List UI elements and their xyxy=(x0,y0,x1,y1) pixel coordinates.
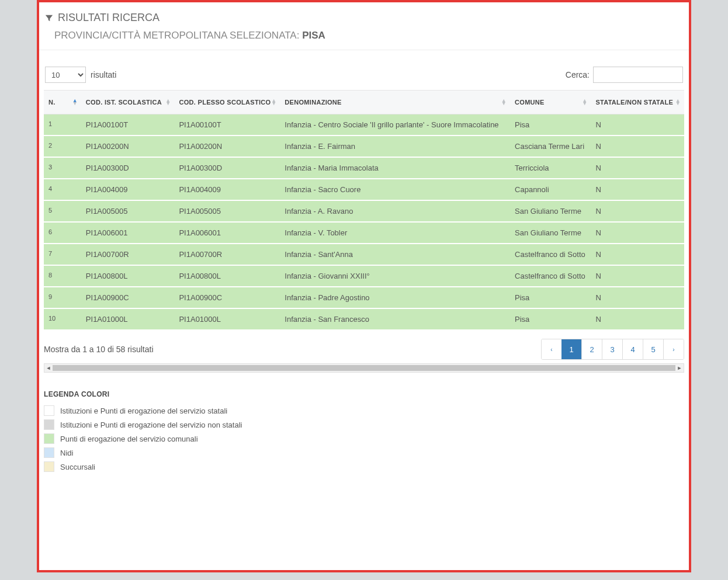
cell-cod-ist: PI1A005005 xyxy=(81,200,175,222)
cell-cod-plesso: PI1A00700R xyxy=(174,244,280,265)
table-row[interactable]: 3PI1A00300DPI1A00300DInfanzia - Maria Im… xyxy=(44,157,684,179)
table-row[interactable]: 5PI1A005005PI1A005005Infanzia - A. Ravan… xyxy=(44,200,684,222)
cell-denominazione: Infanzia - Maria Immacolata xyxy=(280,157,510,179)
page-1-button[interactable]: 1 xyxy=(561,339,581,359)
legend-swatch xyxy=(44,447,54,458)
legend-swatch xyxy=(44,433,54,444)
sort-icon: ▲▼ xyxy=(271,99,276,105)
legend-item: Istituzioni e Punti di erogazione del se… xyxy=(44,405,684,416)
page-next-button[interactable]: › xyxy=(663,339,684,359)
cell-cod-ist: PI1A00700R xyxy=(81,244,175,265)
page-3-button[interactable]: 3 xyxy=(602,339,622,359)
col-header-n[interactable]: N.▲▼ xyxy=(44,91,81,114)
page-4-button[interactable]: 4 xyxy=(622,339,643,359)
cell-statale: N xyxy=(591,265,684,287)
table-row[interactable]: 1PI1A00100TPI1A00100TInfanzia - Centro S… xyxy=(44,114,684,136)
horizontal-scrollbar[interactable]: ◄ ► xyxy=(44,363,684,373)
cell-denominazione: Infanzia - Giovanni XXIII° xyxy=(280,265,510,287)
col-header-statale[interactable]: STATALE/NON STATALE▲▼ xyxy=(591,91,684,114)
cell-cod-ist: PI1A006001 xyxy=(81,222,175,244)
cell-n: 8 xyxy=(44,265,81,287)
cell-n: 3 xyxy=(44,157,81,179)
legend-label: Nidi xyxy=(60,449,73,457)
cell-n: 9 xyxy=(44,287,81,308)
table-row[interactable]: 10PI1A01000LPI1A01000LInfanzia - San Fra… xyxy=(44,308,684,330)
cell-comune: San Giuliano Terme xyxy=(510,200,591,222)
page-title: RISULTATI RICERCA xyxy=(58,12,160,24)
cell-n: 6 xyxy=(44,222,81,244)
search-label: Cerca: xyxy=(566,70,590,79)
cell-n: 2 xyxy=(44,136,81,157)
cell-comune: Casciana Terme Lari xyxy=(510,136,591,157)
cell-comune: Pisa xyxy=(510,287,591,308)
cell-comune: Capannoli xyxy=(510,179,591,200)
page-length-suffix: risultati xyxy=(91,70,116,79)
table-row[interactable]: 8PI1A00800LPI1A00800LInfanzia - Giovanni… xyxy=(44,265,684,287)
cell-statale: N xyxy=(591,136,684,157)
cell-cod-plesso: PI1A006001 xyxy=(174,222,280,244)
cell-statale: N xyxy=(591,244,684,265)
cell-cod-plesso: PI1A00200N xyxy=(174,136,280,157)
scroll-left-icon: ◄ xyxy=(44,365,53,371)
legend-label: Succursali xyxy=(60,463,95,471)
page-5-button[interactable]: 5 xyxy=(643,339,663,359)
cell-comune: Pisa xyxy=(510,308,591,330)
table-row[interactable]: 4PI1A004009PI1A004009Infanzia - Sacro Cu… xyxy=(44,179,684,200)
cell-cod-ist: PI1A00900C xyxy=(81,287,175,308)
cell-cod-plesso: PI1A00800L xyxy=(174,265,280,287)
col-header-comune[interactable]: COMUNE▲▼ xyxy=(510,91,591,114)
sort-icon: ▲▼ xyxy=(501,99,507,105)
scroll-track[interactable] xyxy=(53,365,675,371)
cell-cod-ist: PI1A00300D xyxy=(81,157,175,179)
cell-cod-plesso: PI1A00100T xyxy=(174,114,280,136)
cell-statale: N xyxy=(591,157,684,179)
col-header-cod-plesso[interactable]: COD. PLESSO SCOLASTICO▲▼ xyxy=(174,91,280,114)
cell-statale: N xyxy=(591,114,684,136)
results-table: N.▲▼ COD. IST. SCOLASTICA▲▼ COD. PLESSO … xyxy=(44,90,684,331)
chevron-right-icon: › xyxy=(672,346,674,353)
legend-title: LEGENDA COLORI xyxy=(44,390,684,398)
table-row[interactable]: 7PI1A00700RPI1A00700RInfanzia - Sant'Ann… xyxy=(44,244,684,265)
search-input[interactable] xyxy=(593,67,683,83)
page-length-select[interactable]: 10 xyxy=(45,67,86,83)
chevron-left-icon: ‹ xyxy=(550,346,552,353)
legend-swatch xyxy=(44,419,54,430)
cell-n: 10 xyxy=(44,308,81,330)
cell-cod-plesso: PI1A00900C xyxy=(174,287,280,308)
cell-cod-plesso: PI1A01000L xyxy=(174,308,280,330)
cell-n: 4 xyxy=(44,179,81,200)
cell-cod-ist: PI1A00100T xyxy=(81,114,175,136)
cell-denominazione: Infanzia - E. Fairman xyxy=(280,136,510,157)
table-row[interactable]: 2PI1A00200NPI1A00200NInfanzia - E. Fairm… xyxy=(44,136,684,157)
sort-icon: ▲▼ xyxy=(675,99,681,105)
page-2-button[interactable]: 2 xyxy=(581,339,602,359)
legend-item: Succursali xyxy=(44,461,684,472)
cell-statale: N xyxy=(591,308,684,330)
cell-cod-ist: PI1A00200N xyxy=(81,136,175,157)
cell-statale: N xyxy=(591,200,684,222)
col-header-cod-ist[interactable]: COD. IST. SCOLASTICA▲▼ xyxy=(81,91,175,114)
table-row[interactable]: 9PI1A00900CPI1A00900CInfanzia - Padre Ag… xyxy=(44,287,684,308)
legend-label: Istituzioni e Punti di erogazione del se… xyxy=(60,407,227,415)
cell-statale: N xyxy=(591,287,684,308)
cell-statale: N xyxy=(591,222,684,244)
cell-denominazione: Infanzia - A. Ravano xyxy=(280,200,510,222)
cell-cod-plesso: PI1A004009 xyxy=(174,179,280,200)
cell-comune: Terricciola xyxy=(510,157,591,179)
legend-item: Punti di erogazione del servizio comunal… xyxy=(44,433,684,444)
table-row[interactable]: 6PI1A006001PI1A006001Infanzia - V. Toble… xyxy=(44,222,684,244)
sort-icon: ▲▼ xyxy=(165,99,171,105)
col-header-denominazione[interactable]: DENOMINAZIONE▲▼ xyxy=(280,91,510,114)
cell-cod-ist: PI1A01000L xyxy=(81,308,175,330)
cell-n: 7 xyxy=(44,244,81,265)
legend-label: Punti di erogazione del servizio comunal… xyxy=(60,435,198,443)
cell-denominazione: Infanzia - Centro Sociale 'Il grillo par… xyxy=(280,114,510,136)
cell-comune: San Giuliano Terme xyxy=(510,222,591,244)
pagination: ‹ 12345 › xyxy=(541,339,684,360)
page-prev-button[interactable]: ‹ xyxy=(542,339,561,359)
scroll-right-icon: ► xyxy=(675,365,684,371)
cell-denominazione: Infanzia - San Francesco xyxy=(280,308,510,330)
cell-n: 5 xyxy=(44,200,81,222)
cell-statale: N xyxy=(591,179,684,200)
results-info: Mostra da 1 a 10 di 58 risultati xyxy=(44,345,154,354)
